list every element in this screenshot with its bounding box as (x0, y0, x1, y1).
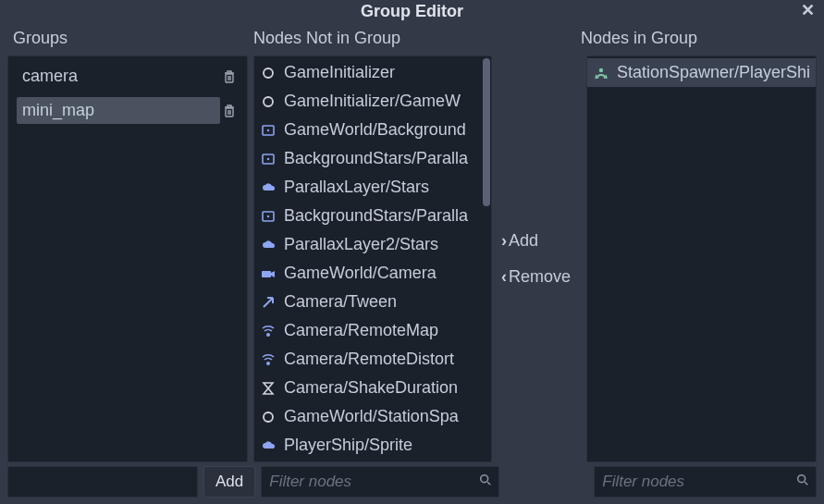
group-name-label: mini_map (17, 97, 220, 124)
node-label: GameWorld/StationSpa (284, 407, 459, 426)
node-label: Camera/Tween (284, 292, 397, 312)
node-item[interactable]: GameInitializer (254, 58, 491, 87)
cloud-icon (260, 179, 277, 196)
node-label: GameInitializer/GameW (284, 92, 461, 111)
node-label: GameWorld/Background (284, 120, 466, 140)
node-label: StationSpawner/PlayerShi (617, 63, 810, 82)
node-item[interactable]: ParallaxLayer2/Stars (254, 230, 491, 259)
remove-from-group-button[interactable]: ‹ Remove (501, 267, 581, 287)
close-icon[interactable]: ✕ (801, 0, 815, 20)
node-item[interactable]: BackgroundStars/Paralla (254, 202, 491, 230)
trash-icon[interactable] (220, 102, 239, 120)
node-label: Camera/RemoteDistort (284, 350, 454, 369)
canvas-icon (260, 208, 277, 225)
svg-point-2 (798, 475, 806, 483)
node-item[interactable]: GameInitializer/GameW (254, 87, 491, 116)
node-item[interactable]: Camera/RemoteDistort (254, 345, 491, 374)
remote-icon (260, 323, 277, 339)
node-label: ParallaxLayer/Stars (284, 178, 429, 197)
camera-icon (260, 265, 277, 282)
node-item[interactable]: GameWorld/Background (254, 116, 491, 144)
node-icon (260, 65, 277, 81)
scrollbar-thumb[interactable] (483, 58, 490, 206)
add-group-button[interactable]: Add (203, 466, 255, 498)
node-item[interactable]: GameWorld/StationSpa (254, 402, 491, 431)
svg-point-0 (481, 475, 488, 483)
window-title: Group Editor (361, 2, 463, 20)
node-label: BackgroundStars/Paralla (284, 149, 468, 168)
header-nodes-not-in: Nodes Not in Group (253, 29, 581, 48)
node-icon (260, 409, 277, 425)
header-groups: Groups (13, 29, 253, 48)
anim-icon (593, 65, 609, 81)
group-item[interactable]: camera (11, 59, 244, 93)
cloud-icon (260, 437, 277, 454)
arrow-icon (260, 294, 277, 311)
group-item[interactable]: mini_map (11, 93, 244, 128)
nodes-in-panel: StationSpawner/PlayerShi (586, 55, 817, 462)
svg-line-1 (487, 482, 490, 485)
add-to-group-button[interactable]: › Add (501, 231, 581, 251)
node-item[interactable]: Camera/ShakeDuration (254, 374, 491, 402)
node-item[interactable]: StationSpawner/PlayerShi (587, 58, 816, 87)
remote-icon (260, 351, 277, 368)
cloud-icon (260, 237, 277, 253)
svg-line-3 (805, 482, 807, 485)
node-item[interactable]: GameWorld/Camera (254, 259, 491, 288)
timer-icon (260, 380, 277, 397)
filter-nodes-in-input[interactable] (594, 466, 817, 498)
node-item[interactable]: PlayerShip/Sprite (254, 431, 491, 460)
nodes-not-in-panel: GameInitializerGameInitializer/GameWGame… (253, 55, 492, 462)
node-label: Camera/ShakeDuration (284, 378, 458, 398)
canvas-icon (260, 122, 277, 139)
node-icon (260, 93, 277, 110)
node-item[interactable]: Camera/Tween (254, 288, 491, 316)
node-label: PlayerShip/Sprite (284, 436, 412, 455)
canvas-icon (260, 151, 277, 167)
node-item[interactable]: Camera/RemoteMap (254, 316, 491, 345)
search-icon (479, 473, 492, 490)
node-label: GameWorld/Camera (284, 264, 437, 283)
node-label: Camera/RemoteMap (284, 321, 438, 340)
node-item[interactable]: BackgroundStars/Paralla (254, 144, 491, 173)
filter-nodes-not-in-input[interactable] (261, 466, 499, 498)
search-icon (796, 473, 809, 490)
node-label: GameInitializer (284, 63, 395, 82)
new-group-input[interactable] (7, 466, 198, 498)
chevron-left-icon: ‹ (501, 267, 507, 287)
chevron-right-icon: › (501, 231, 507, 251)
header-nodes-in: Nodes in Group (581, 29, 811, 48)
node-item[interactable]: ParallaxLayer/Stars (254, 173, 491, 202)
trash-icon[interactable] (220, 68, 239, 86)
groups-panel: cameramini_map (7, 55, 248, 462)
node-label: ParallaxLayer2/Stars (284, 235, 438, 254)
node-label: BackgroundStars/Paralla (284, 206, 468, 226)
group-name-label: camera (17, 63, 220, 90)
